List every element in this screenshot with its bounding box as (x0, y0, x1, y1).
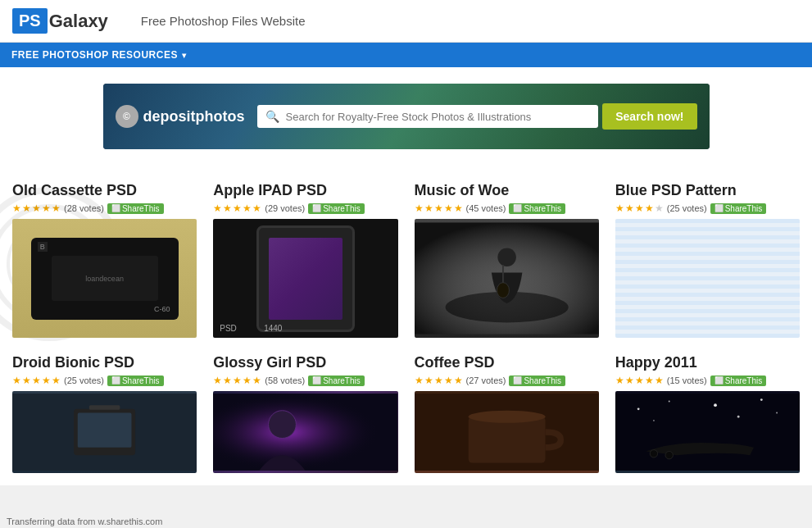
svg-point-15 (269, 411, 297, 439)
share-happy[interactable]: ⬜ ShareThis (710, 376, 767, 386)
item-meta-ipad: ★ ★ ★ ★ ★ (29 votes) ⬜ ShareThis (213, 203, 397, 214)
ipad-screen (269, 238, 342, 320)
votes-ipad: (29 votes) (265, 203, 305, 213)
main-content: Old Cassette PSD ★ ★ ★ ★ ★ (28 votes) ⬜ … (0, 166, 812, 485)
item-meta-droid: ★ ★ ★ ★ ★ (25 votes) ⬜ ShareThis (12, 375, 197, 386)
svg-point-28 (665, 451, 673, 458)
item-title-girl[interactable]: Glossy Girl PSD (213, 354, 397, 371)
navbar: FREE PHOTOSHOP RESOURCES ▾ (0, 43, 812, 67)
svg-point-18 (468, 411, 545, 423)
star-2: ★ (22, 203, 31, 214)
thumb-cassette[interactable]: loandecean C-60 B (12, 219, 197, 338)
share-music[interactable]: ⬜ ShareThis (509, 203, 565, 214)
svg-point-7 (497, 283, 509, 298)
thumb-girl[interactable] (213, 391, 397, 473)
item-title-happy[interactable]: Happy 2011 (615, 354, 800, 371)
banner-ad: © depositphotos 🔍 Search now! (103, 84, 710, 149)
svg-point-20 (637, 407, 639, 410)
item-title-cassette[interactable]: Old Cassette PSD (12, 182, 197, 199)
thumb-pattern[interactable] (615, 219, 800, 338)
item-title-pattern[interactable]: Blue PSD Pattern (615, 182, 800, 199)
deposit-icon: © (116, 105, 138, 128)
item-title-ipad[interactable]: Apple IPAD PSD (213, 182, 397, 199)
share-droid[interactable]: ⬜ ShareThis (107, 376, 164, 386)
stars-droid: ★ ★ ★ ★ ★ (12, 375, 61, 386)
share-coffee[interactable]: ⬜ ShareThis (509, 376, 565, 386)
depositphotos-logo: © depositphotos (116, 105, 245, 128)
logo-galaxy-text: Galaxy (49, 11, 108, 32)
item-meta-happy: ★ ★ ★ ★ ★ (15 votes) ⬜ ShareThis (615, 375, 800, 386)
star-3: ★ (32, 203, 41, 214)
thumb-happy[interactable] (615, 391, 800, 473)
svg-rect-14 (213, 394, 397, 471)
happy-illustration (615, 391, 800, 473)
item-meta-music: ★ ★ ★ ★ ★ (45 votes) ⬜ ShareThis (415, 203, 599, 214)
banner-search-bar[interactable]: 🔍 (257, 105, 599, 128)
thumb-music[interactable] (415, 219, 599, 338)
svg-point-26 (737, 416, 740, 418)
share-icon: ⬜ (111, 204, 120, 212)
svg-point-22 (714, 403, 717, 407)
music-illustration (415, 219, 599, 338)
item-meta-coffee: ★ ★ ★ ★ ★ (27 votes) ⬜ ShareThis (415, 375, 599, 386)
votes-coffee: (27 votes) (466, 376, 506, 385)
votes-music: (45 votes) (466, 203, 506, 213)
stars-cassette: ★ ★ ★ ★ ★ (12, 203, 61, 214)
grid-item-droid: Droid Bionic PSD ★ ★ ★ ★ ★ (25 votes) ⬜ … (12, 354, 197, 473)
droid-illustration (12, 391, 197, 473)
stars-coffee: ★ ★ ★ ★ ★ (415, 375, 463, 386)
logo[interactable]: PS Galaxy (12, 8, 125, 34)
banner-search-button[interactable]: Search now! (602, 103, 696, 130)
share-pattern[interactable]: ⬜ ShareThis (710, 203, 767, 214)
stars-ipad: ★ ★ ★ ★ ★ (213, 203, 261, 214)
stars-music: ★ ★ ★ ★ ★ (415, 203, 463, 214)
grid-item-pattern: Blue PSD Pattern ★ ★ ★ ★ ★ (25 votes) ⬜ … (615, 182, 800, 338)
grid-item-cassette: Old Cassette PSD ★ ★ ★ ★ ★ (28 votes) ⬜ … (12, 182, 197, 338)
thumb-ipad[interactable]: PSD 1440 (213, 219, 397, 338)
votes-pattern: (25 votes) (667, 203, 707, 213)
cassette-body: loandecean C-60 B (31, 238, 179, 320)
grid-item-happy: Happy 2011 ★ ★ ★ ★ ★ (15 votes) ⬜ ShareT… (615, 354, 800, 473)
item-title-droid[interactable]: Droid Bionic PSD (12, 354, 197, 371)
stars-happy: ★ ★ ★ ★ ★ (615, 375, 664, 386)
search-icon: 🔍 (265, 110, 279, 123)
svg-rect-12 (89, 405, 120, 410)
girl-illustration (213, 391, 397, 473)
svg-point-23 (760, 398, 763, 401)
navbar-resources[interactable]: FREE PHOTOSHOP RESOURCES ▾ (0, 43, 197, 67)
stars-pattern: ★ ★ ★ ★ ★ (615, 203, 664, 214)
svg-point-6 (497, 248, 516, 266)
ipad-device (256, 225, 355, 332)
svg-point-24 (776, 412, 778, 414)
tagline: Free Photoshop Files Website (141, 14, 306, 28)
item-title-music[interactable]: Music of Woe (415, 182, 599, 199)
header: PS Galaxy Free Photoshop Files Website (0, 0, 812, 43)
svg-rect-11 (78, 413, 132, 448)
item-meta-girl: ★ ★ ★ ★ ★ (58 votes) ⬜ ShareThis (213, 375, 397, 386)
thumb-droid[interactable] (12, 391, 197, 473)
thumb-coffee[interactable] (415, 391, 599, 473)
svg-rect-17 (468, 416, 545, 462)
logo-ps: PS (12, 8, 48, 34)
coffee-illustration (415, 391, 599, 473)
svg-point-21 (669, 401, 670, 403)
svg-point-27 (650, 450, 657, 457)
star-5: ★ (52, 203, 61, 214)
svg-point-25 (653, 420, 655, 421)
votes-droid: (25 votes) (64, 376, 104, 385)
grid-row-2: Droid Bionic PSD ★ ★ ★ ★ ★ (25 votes) ⬜ … (12, 354, 800, 473)
svg-rect-19 (615, 394, 800, 471)
banner-search-input[interactable] (286, 111, 591, 123)
item-meta-cassette: ★ ★ ★ ★ ★ (28 votes) ⬜ ShareThis (12, 203, 197, 214)
item-title-coffee[interactable]: Coffee PSD (415, 354, 599, 371)
item-meta-pattern: ★ ★ ★ ★ ★ (25 votes) ⬜ ShareThis (615, 203, 800, 214)
grid-item-music: Music of Woe ★ ★ ★ ★ ★ (45 votes) ⬜ Shar… (415, 182, 599, 338)
star-1: ★ (12, 203, 21, 214)
share-girl[interactable]: ⬜ ShareThis (308, 376, 365, 386)
share-ipad[interactable]: ⬜ ShareThis (308, 203, 365, 214)
share-icon-pattern: ⬜ (714, 204, 724, 212)
share-cassette[interactable]: ⬜ ShareThis (107, 203, 164, 214)
grid-item-ipad: Apple IPAD PSD ★ ★ ★ ★ ★ (29 votes) ⬜ Sh… (213, 182, 397, 338)
share-icon-music: ⬜ (513, 204, 522, 212)
stars-girl: ★ ★ ★ ★ ★ (213, 375, 261, 386)
